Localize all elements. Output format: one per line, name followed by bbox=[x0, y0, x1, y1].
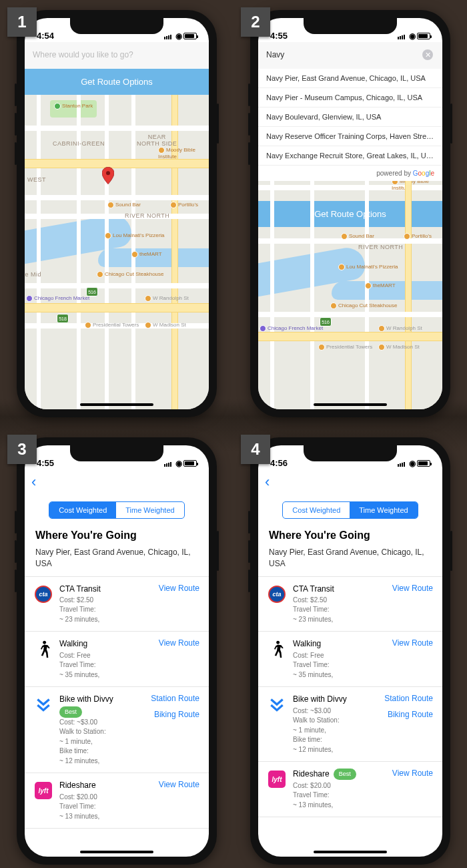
view-route-link[interactable]: View Route bbox=[392, 638, 433, 648]
screen: 4:54 ◉ Get Route Options bbox=[25, 18, 209, 409]
view-route-link[interactable]: View Route bbox=[159, 638, 199, 648]
phone-frame: 4:55 ◉ ‹ Cost Weighted Time Weighted Whe… bbox=[17, 437, 217, 865]
option-cta: CTA Transit Cost: $2.50 Travel Time: ~ 2… bbox=[25, 577, 209, 632]
tab-cost-weighted[interactable]: Cost Weighted bbox=[283, 502, 350, 518]
clock: 4:55 bbox=[270, 31, 288, 41]
destination-label: Navy Pier, East Grand Avenue, Chicago, I… bbox=[258, 544, 442, 576]
poi-pres: Presidential Towers bbox=[85, 322, 139, 329]
section-heading: Where You're Going bbox=[258, 524, 442, 544]
wifi-icon: ◉ bbox=[175, 31, 181, 41]
option-name: Bike with Divvy bbox=[293, 694, 378, 705]
map-view[interactable]: Moody Bible Institute Get Route Options … bbox=[258, 181, 442, 409]
option-cta: CTA Transit Cost: $2.50 Travel Time: ~ 2… bbox=[258, 577, 442, 632]
hwy-badge: 518 bbox=[57, 314, 69, 323]
option-name: Walking bbox=[59, 638, 152, 650]
option-bike: Bike with Divvy Cost: ~$3.00 Walk to Sta… bbox=[258, 687, 442, 762]
step-badge: 1 bbox=[7, 7, 37, 37]
nav-bar: ‹ bbox=[25, 469, 209, 495]
screenshot-4: 4 4:56 ◉ ‹ Cost Weighted Time Weighted W… bbox=[237, 431, 464, 868]
screen: 4:55 ◉ ‹ Cost Weighted Time Weighted Whe… bbox=[25, 445, 209, 857]
svg-point-2 bbox=[276, 641, 280, 644]
view-route-link[interactable]: View Route bbox=[159, 584, 199, 593]
suggestion-item[interactable]: Navy Boulevard, Glenview, IL, USA bbox=[258, 107, 442, 127]
best-badge: Best bbox=[59, 706, 82, 718]
battery-icon bbox=[183, 33, 197, 39]
hwy-badge: 516 bbox=[86, 287, 98, 296]
signal-icon bbox=[398, 33, 407, 39]
view-route-link[interactable]: View Route bbox=[159, 780, 199, 789]
view-route-link[interactable]: View Route bbox=[392, 584, 433, 593]
signal-icon bbox=[164, 460, 173, 467]
home-indicator bbox=[80, 403, 153, 406]
view-route-link[interactable]: View Route bbox=[392, 769, 433, 778]
search-input[interactable] bbox=[31, 46, 202, 63]
poi-moody: Moody Bible Institute bbox=[158, 147, 195, 160]
street-randolph: W Randolph St bbox=[145, 295, 189, 302]
station-route-link[interactable]: Station Route bbox=[384, 694, 433, 703]
get-route-button[interactable]: Get Route Options bbox=[258, 201, 442, 227]
tab-time-weighted[interactable]: Time Weighted bbox=[116, 502, 183, 518]
biking-route-link[interactable]: Biking Route bbox=[154, 710, 199, 719]
signal-icon bbox=[398, 460, 407, 467]
poi-cfm: Chicago French Market bbox=[26, 295, 89, 302]
clear-search-icon[interactable]: ✕ bbox=[422, 49, 433, 60]
district-rivernorth: RIVER NORTH bbox=[125, 212, 169, 219]
street-madison: W Madison St bbox=[145, 322, 186, 329]
map-pin-icon bbox=[102, 167, 114, 184]
option-name: RideshareBest bbox=[293, 769, 386, 780]
route-options-list: CTA Transit Cost: $2.50 Travel Time: ~ 2… bbox=[258, 576, 442, 818]
phone-frame: 4:54 ◉ Get Route Options bbox=[17, 10, 217, 417]
route-options-list: CTA Transit Cost: $2.50 Travel Time: ~ 2… bbox=[25, 576, 209, 829]
svg-point-0 bbox=[106, 171, 110, 175]
home-indicator bbox=[80, 851, 153, 853]
get-route-button[interactable]: Get Route Options bbox=[25, 69, 209, 95]
home-indicator bbox=[314, 851, 387, 853]
wifi-icon: ◉ bbox=[409, 459, 415, 468]
suggestion-item[interactable]: Navy Reserve Officer Training Corps, Hav… bbox=[258, 127, 442, 146]
best-badge: Best bbox=[334, 769, 356, 780]
option-rideshare: lyft RideshareBest Cost: $20.00 Travel T… bbox=[258, 762, 442, 817]
district-mid: le Mid bbox=[25, 271, 41, 278]
cta-icon bbox=[268, 585, 286, 604]
notch bbox=[70, 445, 163, 461]
poi-portillo: Portillo's bbox=[170, 202, 198, 208]
signal-icon bbox=[164, 33, 173, 39]
biking-route-link[interactable]: Biking Route bbox=[388, 710, 433, 719]
autocomplete-list: Navy Pier, East Grand Avenue, Chicago, I… bbox=[258, 69, 442, 181]
step-badge: 2 bbox=[241, 7, 270, 37]
district-west: R WEST bbox=[25, 176, 46, 183]
cta-icon bbox=[34, 585, 53, 604]
wifi-icon: ◉ bbox=[175, 459, 181, 468]
notch bbox=[70, 18, 163, 34]
back-button[interactable]: ‹ bbox=[265, 473, 270, 491]
district-nearnorth: NEAR NORTH SIDE bbox=[137, 134, 177, 147]
suggestion-item[interactable]: Navy Pier - Museum Campus, Chicago, IL, … bbox=[258, 88, 442, 107]
map-view[interactable]: Stanton Park CABRINI-GREEN NEAR NORTH SI… bbox=[25, 95, 209, 409]
screen: 4:55 ◉ ✕ Navy Pier, East Grand Avenue, C… bbox=[258, 18, 442, 409]
suggestion-item[interactable]: Navy Exchange Recruit Store, Great Lakes… bbox=[258, 146, 442, 166]
destination-label: Navy Pier, East Grand Avenue, Chicago, I… bbox=[25, 544, 209, 576]
walk-icon bbox=[34, 640, 53, 658]
lyft-icon: lyft bbox=[34, 781, 53, 800]
chevrons-down-icon bbox=[268, 695, 286, 714]
back-button[interactable]: ‹ bbox=[31, 473, 36, 491]
option-walking: Walking Cost: Free Travel Time: ~ 35 min… bbox=[25, 632, 209, 687]
search-input[interactable] bbox=[265, 46, 436, 63]
nav-bar: ‹ bbox=[258, 469, 442, 495]
segmented-control: Cost Weighted Time Weighted bbox=[282, 501, 418, 519]
tab-time-weighted[interactable]: Time Weighted bbox=[350, 502, 417, 518]
suggestion-item[interactable]: Navy Pier, East Grand Avenue, Chicago, I… bbox=[258, 69, 442, 88]
option-name: Rideshare bbox=[59, 780, 152, 791]
tab-cost-weighted[interactable]: Cost Weighted bbox=[49, 502, 116, 518]
powered-by-google: powered by Google bbox=[258, 166, 442, 181]
battery-icon bbox=[417, 460, 430, 467]
step-badge: 3 bbox=[7, 435, 37, 464]
section-heading: Where You're Going bbox=[25, 524, 209, 544]
search-area bbox=[25, 42, 209, 69]
screen: 4:56 ◉ ‹ Cost Weighted Time Weighted Whe… bbox=[258, 445, 442, 857]
station-route-link[interactable]: Station Route bbox=[151, 694, 199, 703]
svg-point-1 bbox=[43, 641, 46, 644]
district-cabrini: CABRINI-GREEN bbox=[53, 140, 105, 147]
option-walking: Walking Cost: Free Travel Time: ~ 35 min… bbox=[258, 632, 442, 687]
option-name: CTA Transit bbox=[293, 584, 386, 595]
